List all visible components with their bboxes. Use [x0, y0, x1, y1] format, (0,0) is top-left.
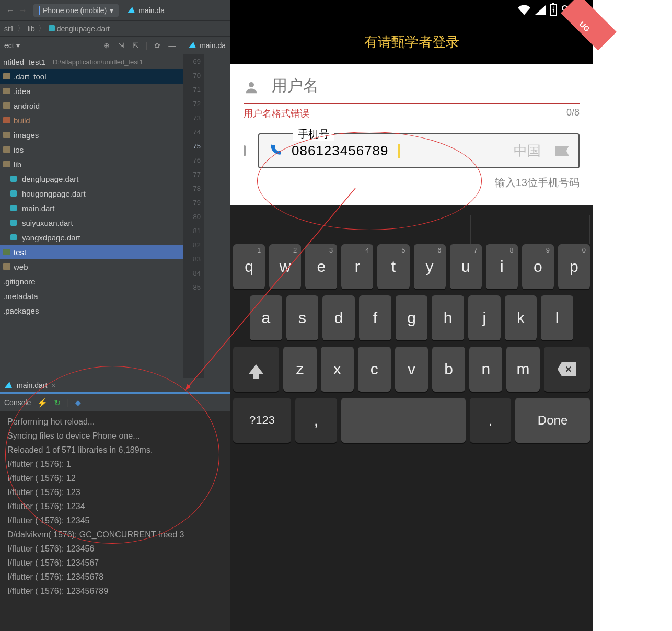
console-label: Console	[4, 398, 31, 407]
key-m[interactable]: m	[506, 347, 539, 392]
tree-web[interactable]: web	[0, 259, 183, 274]
key-h[interactable]: h	[432, 295, 464, 340]
top-file-tab[interactable]: main.da	[128, 6, 165, 15]
tree-build[interactable]: build	[0, 113, 183, 128]
key-a[interactable]: a	[250, 295, 282, 340]
side-editor-tab[interactable]: main.da	[189, 41, 226, 50]
folder-icon	[3, 249, 10, 255]
hot-reload-icon[interactable]: ⚡	[37, 398, 48, 408]
key-l[interactable]: l	[541, 295, 573, 340]
shift-icon	[249, 364, 263, 374]
phone-helper: 输入13位手机号码	[244, 176, 580, 190]
comma-key[interactable]: ,	[295, 398, 337, 443]
crumb-3[interactable]: denglupage.dart	[49, 25, 110, 33]
close-icon[interactable]: ×	[51, 381, 55, 389]
crumb-1[interactable]: st1	[4, 25, 14, 33]
flag-icon	[555, 146, 569, 156]
flutter-icon	[189, 42, 196, 49]
key-u[interactable]: 7u	[450, 244, 482, 289]
ide-toolbar: ← → Phone one (mobile) ▾ main.da	[0, 0, 230, 21]
username-field	[244, 77, 580, 101]
key-z[interactable]: z	[283, 347, 316, 392]
folder-icon	[3, 132, 10, 138]
console-line: I/flutter ( 1576): 12345	[7, 513, 223, 527]
key-f[interactable]: f	[359, 295, 391, 340]
key-c[interactable]: c	[358, 347, 391, 392]
backspace-key[interactable]	[544, 347, 590, 392]
key-k[interactable]: k	[505, 295, 537, 340]
space-key[interactable]	[341, 398, 466, 443]
target-icon[interactable]: ⊕	[102, 41, 111, 50]
nav-fwd-icon[interactable]: →	[17, 4, 29, 17]
key-n[interactable]: n	[469, 347, 502, 392]
line-number: 82	[183, 238, 201, 252]
key-s[interactable]: s	[286, 295, 319, 340]
gear-icon[interactable]: ✿	[153, 41, 162, 50]
project-dropdown[interactable]: ect ▾	[4, 41, 20, 50]
console-line: I/flutter ( 1576): 12	[7, 471, 223, 485]
username-error: 用户名格式错误	[244, 107, 309, 120]
tree-ios[interactable]: ios	[0, 142, 183, 157]
period-key[interactable]: .	[470, 398, 511, 443]
hot-restart-icon[interactable]: ↻	[54, 398, 61, 408]
tree-file-hougongpage[interactable]: hougongpage.dart	[0, 186, 183, 201]
key-d[interactable]: d	[322, 295, 355, 340]
key-p[interactable]: 0p	[558, 244, 590, 289]
backspace-icon	[558, 362, 576, 376]
tree-test[interactable]: test	[0, 245, 183, 259]
key-x[interactable]: x	[321, 347, 354, 392]
line-number: 85	[183, 280, 201, 294]
key-t[interactable]: 5t	[377, 244, 409, 289]
folder-icon	[3, 263, 10, 270]
key-w[interactable]: 2w	[269, 244, 301, 289]
tree-file-denglupage[interactable]: denglupage.dart	[0, 171, 183, 186]
console-output[interactable]: Performing hot reload...Syncing files to…	[0, 411, 230, 631]
project-tree[interactable]: ntitled_test1D:\allapplication\untitled_…	[0, 54, 183, 378]
key-o[interactable]: 9o	[522, 244, 554, 289]
tree-dart-tool[interactable]: .dart_tool	[0, 69, 183, 84]
key-v[interactable]: v	[395, 347, 428, 392]
key-g[interactable]: g	[396, 295, 428, 340]
key-e[interactable]: 3e	[305, 244, 337, 289]
tree-project[interactable]: ntitled_test1D:\allapplication\untitled_…	[0, 54, 183, 69]
collapse-icon[interactable]: ⇱	[131, 41, 141, 50]
tree-images[interactable]: images	[0, 128, 183, 142]
svg-point-0	[249, 82, 254, 87]
phone-input-container[interactable]: 手机号 086123456789 中国	[258, 133, 580, 168]
console-line: I/flutter ( 1576): 1	[7, 457, 223, 471]
tree-android[interactable]: android	[0, 98, 183, 113]
symbols-key[interactable]: ?123	[233, 398, 291, 443]
country-label: 中国	[514, 142, 541, 160]
tree-file-suiyuxuan[interactable]: suiyuxuan.dart	[0, 215, 183, 230]
key-r[interactable]: 4r	[341, 244, 373, 289]
key-j[interactable]: j	[468, 295, 501, 340]
tree-metadata[interactable]: .metadata	[0, 289, 183, 303]
expand-icon[interactable]: ⇲	[117, 41, 126, 50]
project-toolbar: ect ▾ ⊕ ⇲ ⇱ | ✿ — main.da	[0, 37, 230, 54]
tree-file-yangxdpage[interactable]: yangxdpage.dart	[0, 230, 183, 245]
line-number: 69	[183, 54, 201, 68]
line-number: 70	[183, 68, 201, 83]
key-i[interactable]: 8i	[486, 244, 518, 289]
key-b[interactable]: b	[432, 347, 465, 392]
devtools-icon[interactable]: ◆	[75, 398, 81, 407]
device-selector[interactable]: Phone one (mobile) ▾	[33, 4, 119, 17]
tree-packages[interactable]: .packages	[0, 303, 183, 318]
done-key[interactable]: Done	[515, 398, 590, 443]
chevron-down-icon: ▾	[110, 6, 113, 15]
tree-idea[interactable]: .idea	[0, 84, 183, 98]
shift-key[interactable]	[233, 347, 279, 392]
line-number: 75	[183, 139, 201, 153]
username-input[interactable]	[272, 77, 580, 101]
tree-gitignore[interactable]: .gitignore	[0, 274, 183, 289]
key-q[interactable]: 1q	[233, 244, 265, 289]
editor-tab-main[interactable]: main.dart	[17, 381, 47, 389]
tree-lib[interactable]: lib	[0, 157, 183, 171]
crumb-2[interactable]: lib	[28, 25, 35, 33]
minimize-icon[interactable]: —	[167, 41, 177, 50]
nav-back-icon[interactable]: ←	[4, 4, 17, 17]
tree-file-main[interactable]: main.dart	[0, 201, 183, 215]
key-y[interactable]: 6y	[414, 244, 446, 289]
folder-icon	[3, 102, 10, 109]
console-line: I/flutter ( 1576): 123	[7, 485, 223, 499]
